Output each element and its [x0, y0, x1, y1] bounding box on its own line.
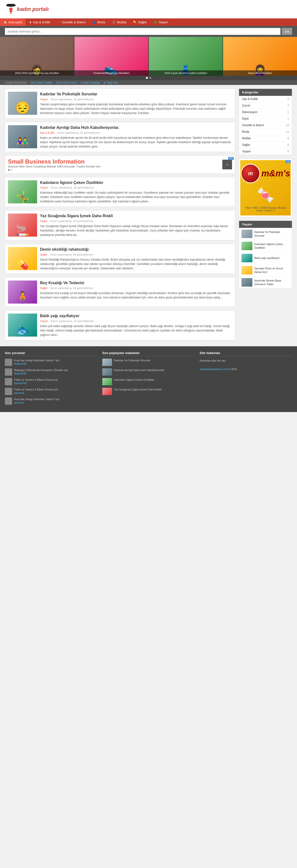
ad-link-4[interactable]: ► Kalp Krizi	[103, 81, 118, 84]
footer-about-title: Site hakkında	[200, 351, 292, 356]
article-card-5: 💊 Demir eksikliği rahatsızlığı Sağlık , …	[5, 244, 235, 274]
hero-dots	[0, 76, 297, 80]
nav-item-moda[interactable]: 👗 Moda	[89, 19, 109, 26]
footer-article-thumb-1	[102, 368, 112, 376]
sidebar-life-item-1[interactable]: Kadınların İlgisini Çeken Özellikler	[239, 240, 292, 252]
article-thumb-1[interactable]: 😔	[8, 92, 37, 115]
hero-slide-2[interactable]: 👟 Timberland Ayakkabı Modelleri	[74, 37, 148, 76]
article-img-4: 🚬	[8, 214, 37, 237]
hero-caption-3: 2016 Çiçek desenli kıyafet modelleri	[149, 70, 223, 76]
sba-dot-2[interactable]	[11, 169, 12, 171]
ad-link-3[interactable]: ♥ Kalp Hastalığı	[81, 81, 100, 84]
category-item-2[interactable]: Dekorasyon 1	[239, 109, 292, 116]
sidebar-life-item-4[interactable]: İşyerinde Stresle Başa Çıkmanın Yolları	[239, 276, 292, 288]
sidebar-life-item-2[interactable]: Balık yağı zayıflatıyor	[239, 252, 292, 264]
sidebar-life-item-0[interactable]: Kadınlar Ve Psikolojik Sorunlar	[239, 228, 292, 240]
categories-widget: Kategoriler Aşk & Evlilik 5 Çocuk 2 Deko…	[239, 89, 292, 155]
article-thumb-6[interactable]: 🧍	[8, 281, 37, 304]
footer-comments-title: Son yorumlar	[5, 351, 97, 356]
article-body-5: Demir eksikliği rahatsızlığı Sağlık , Yo…	[40, 247, 232, 271]
article-thumb-7[interactable]: 🐟	[8, 313, 37, 337]
sba-arrow-button[interactable]: ›	[222, 160, 232, 169]
footer-comment-author-0: NarkozFBI	[14, 362, 60, 365]
footer-comment-article-0[interactable]: Kısa Saç Hangi Kadınlara Yakışır? için	[14, 359, 60, 362]
sba-title[interactable]: Small Business Information	[8, 158, 100, 165]
footer-comment-author-4: ozenock	[14, 401, 60, 404]
category-item-4[interactable]: Güzellik & Bakım 12	[239, 122, 292, 129]
article-body-4: Yaz Sıcağında Sigara İçmek Daha Riskli S…	[40, 214, 232, 237]
hero-dot-1[interactable]	[146, 77, 148, 79]
search-input[interactable]	[5, 28, 280, 35]
hero-img-4: 👩‍🦱	[223, 37, 297, 76]
category-label-8: Yaşam	[242, 150, 251, 153]
mm-logo-circle: m	[241, 164, 260, 183]
footer-article-label-0[interactable]: Kadınlar Ve Psikolojik Sorunlar	[114, 359, 150, 362]
category-item-8[interactable]: Yaşam 9	[239, 148, 292, 155]
nav-item-mutfak[interactable]: 🍴 Mutfak	[109, 19, 130, 26]
footer-avatar-3	[5, 388, 12, 395]
footer-article-1: Kadınlar Ayrılığı Daha Hızlı Kabulleniyo…	[102, 368, 195, 376]
ad-link-2[interactable]: Gta 5 Gta 5 Gta 5	[56, 81, 77, 84]
footer-article-thumb-2	[102, 378, 112, 385]
hero-caption-4: Askılı Bluz Modelleri	[223, 70, 297, 76]
article-title-2[interactable]: Kadınlar Ayrılığı Daha Hızlı Kabulleniyo…	[40, 125, 232, 130]
article-title-7[interactable]: Balık yağı zayıflatıyor	[40, 313, 232, 319]
sba-text: Small Business Information Discover Who …	[8, 158, 100, 171]
categories-widget-title: Kategoriler	[239, 89, 292, 96]
nav-item-yasam[interactable]: 🌿 Yaşam	[150, 19, 171, 26]
nav-label-ask: Aşk & Evlilik	[33, 20, 50, 24]
category-label-4: Güzellik & Bakım	[242, 124, 264, 127]
footer-comment-article-3[interactable]: Farklı ve Yaratıcı 9 Elbise Önerisi için	[14, 388, 58, 392]
footer-article-label-2[interactable]: Kadınların İlgisini Çeken Özellikler	[114, 378, 155, 382]
article-title-6[interactable]: Boy Kısalığı Ve Tedavisi	[40, 281, 232, 286]
footer: Son yorumlar Kısa Saç Hangi Kadınlara Ya…	[0, 346, 297, 412]
category-item-6[interactable]: Mutfak 6	[239, 135, 292, 142]
category-item-5[interactable]: Moda 11	[239, 129, 292, 135]
search-button[interactable]: ara	[282, 28, 292, 35]
article-title-4[interactable]: Yaz Sıcağında Sigara İçmek Daha Riskli	[40, 214, 232, 219]
nav-item-ask-evlilik[interactable]: ★ Aşk & Evlilik	[26, 19, 54, 26]
nav-item-saglik[interactable]: 💊 Sağlık	[130, 19, 150, 26]
article-thumb-5[interactable]: 💊	[8, 247, 37, 270]
article-title-3[interactable]: Kadınların İlgisini Çeken Özellikler	[40, 180, 232, 185]
article-title-1[interactable]: Kadınlar Ve Psikolojik Sorunlar	[40, 92, 232, 97]
nav-item-home[interactable]: 🏠 Ana sayfa	[0, 19, 26, 26]
footer-article-label-1[interactable]: Kadınlar Ayrılığı Daha Hızlı Kabulleniyo…	[114, 368, 165, 372]
footer-about-url[interactable]: www.bayanwomen.com	[200, 368, 228, 371]
hero-img-3: 👗	[149, 37, 223, 76]
category-label-0: Aşk & Evlilik	[242, 97, 258, 101]
category-item-7[interactable]: Sağlık 9	[239, 142, 292, 148]
footer-articles-title: Son paylaşılan makaleler	[102, 351, 195, 356]
hero-section: 👩 2015-2016 sonbahar kış saç trendleri 👟…	[0, 37, 297, 80]
nav-item-guzellik[interactable]: 💄 Güzellik & Bakım	[54, 19, 89, 26]
hero-dot-2[interactable]	[150, 77, 151, 79]
footer-comment-article-4[interactable]: Kısa Saç Hangi Kadınlara Yakışır? için	[14, 398, 60, 401]
yasam-widget-title: Yaşam	[239, 221, 292, 228]
article-status-3: Yorum yapılmamış	[50, 186, 72, 189]
article-thumb-2[interactable]: 👫	[8, 125, 37, 148]
article-thumb-3[interactable]: 🤸	[8, 180, 37, 203]
ad-bar: Google Reklamları Gta 5 New Update Gta 5…	[0, 80, 297, 85]
hero-slide-1[interactable]: 👩 2015-2016 sonbahar kış saç trendleri	[0, 37, 74, 76]
category-item-0[interactable]: Aşk & Evlilik 5	[239, 96, 292, 102]
footer-comment-article-2[interactable]: Farklı ve Yaratıcı 9 Elbise Önerisi için	[14, 378, 58, 382]
category-item-3[interactable]: Diyet 1	[239, 116, 292, 122]
category-count-0: 5	[287, 97, 289, 101]
ad-link-1[interactable]: Gta 5 New Update	[31, 81, 53, 84]
sba-dot-1[interactable]	[8, 169, 10, 171]
article-title-5[interactable]: Demir eksikliği rahatsızlığı	[40, 247, 232, 252]
article-thumb-4[interactable]: 🚬	[8, 214, 37, 237]
sidebar-life-item-3[interactable]: Spordan Önce ve Sonra Kahve İçin!	[239, 264, 292, 276]
article-img-3: 🤸	[8, 180, 37, 203]
category-item-1[interactable]: Çocuk 2	[239, 102, 292, 109]
footer-comment-article-1[interactable]: Makyajsız Elbiselerde Arayışların Öneril…	[14, 368, 68, 372]
footer-comment-author-1: NarkozFBI	[14, 372, 68, 375]
hero-img-1: 👩	[0, 37, 74, 76]
article-views-2: 42 görüntülenme.	[80, 131, 101, 134]
hero-slide-3[interactable]: 👗 2016 Çiçek desenli kıyafet modelleri	[149, 37, 223, 76]
hero-slide-4[interactable]: 👩‍🦱 Askılı Bluz Modelleri	[223, 37, 297, 76]
footer-article-label-3[interactable]: Yaz Sıcağında Sigara İçmek Daha Riskli	[114, 388, 162, 392]
footer-about-desc: Kadınlara dair her şey	[200, 359, 226, 362]
svg-rect-1	[7, 4, 14, 6]
mm-ad-content[interactable]: m m&m's 🍬 "Mars" MMC 142800 Russiya, Mos…	[240, 160, 291, 215]
